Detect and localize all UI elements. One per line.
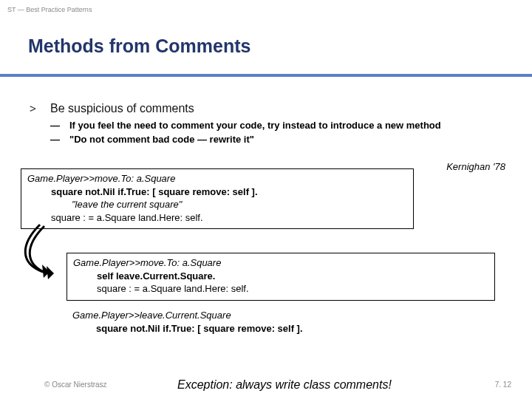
header-label: ST — Best Practice Patterns	[7, 6, 92, 13]
sub-bullet-item: — "Do not comment bad code — rewrite it"	[50, 134, 494, 146]
code-box-before: Game.Player>>move.To: a.Square square no…	[21, 168, 414, 229]
title-underline	[0, 74, 532, 77]
attribution: Kernighan '78	[446, 161, 505, 172]
code-signature: Game.Player>>move.To: a.Square	[27, 172, 407, 185]
slide-title: Methods from Comments	[28, 35, 250, 57]
code-signature: Game.Player>>move.To: a.Square	[73, 256, 488, 270]
code-line: square : = a.Square land.Here: self.	[51, 211, 407, 225]
sub-dash: —	[50, 120, 69, 132]
code-box-after-1: Game.Player>>move.To: a.Square self leav…	[66, 253, 495, 301]
code-line: square not.Nil if.True: [ square remove:…	[96, 322, 489, 335]
sub-bullet-list: — If you feel the need to comment your c…	[50, 120, 494, 148]
bullet-main: Be suspicious of comments	[50, 102, 194, 115]
sub-text: If you feel the need to comment your cod…	[69, 120, 441, 132]
exception-note: Exception: always write class comments!	[177, 378, 392, 392]
code-comment: "leave the current square"	[72, 198, 407, 211]
bullet-marker: >	[30, 102, 36, 115]
sub-dash: —	[50, 134, 69, 146]
page-number: 7. 12	[495, 381, 511, 389]
code-box-after-2: Game.Player>>leave.Current.Square square…	[66, 307, 495, 339]
code-line: square : = a.Square land.Here: self.	[97, 282, 488, 296]
code-line: self leave.Current.Square.	[97, 270, 488, 283]
code-signature: Game.Player>>leave.Current.Square	[72, 309, 489, 322]
copyright: © Oscar Nierstrasz	[44, 381, 107, 389]
sub-bullet-item: — If you feel the need to comment your c…	[50, 120, 494, 132]
svg-marker-1	[47, 266, 54, 279]
code-line: square not.Nil if.True: [ square remove:…	[51, 185, 407, 199]
refactor-arrow-icon	[13, 222, 66, 288]
sub-text: "Do not comment bad code — rewrite it"	[69, 134, 254, 146]
